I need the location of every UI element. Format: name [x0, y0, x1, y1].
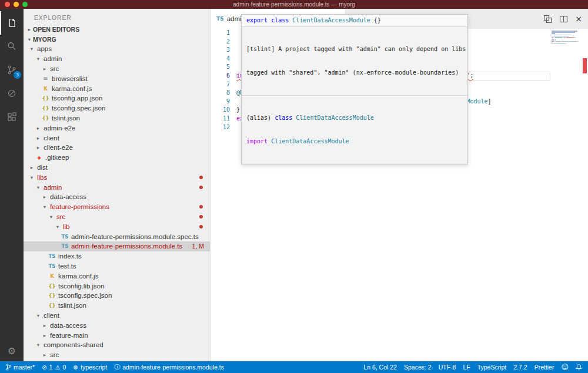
git-branch-item[interactable]: master* [6, 364, 35, 371]
tree-item-tslint.json[interactable]: {}tslint.json [24, 301, 210, 311]
tree-item-components-shared[interactable]: ▾components-shared [24, 340, 210, 350]
lint-message-line2: tagged with "shared", "admin" (nx-enforc… [246, 69, 463, 77]
manage-gear-icon[interactable]: ⚙ [8, 345, 16, 357]
tree-item-tslint.json[interactable]: {}tslint.json [24, 113, 210, 123]
line-number[interactable]: 3 [211, 46, 236, 55]
hover-alias-block: (alias) class ClientDataAccessModule imp… [242, 96, 467, 164]
tree-item-browserslist[interactable]: ≡browserslist [24, 73, 210, 83]
language-mode[interactable]: TypeScript [477, 364, 507, 371]
tslint-label: typescript [81, 364, 107, 371]
tree-item-karma.conf.js[interactable]: Kkarma.conf.js [24, 271, 210, 281]
tree-item-label: feature-main [50, 332, 88, 339]
tree-item-src[interactable]: ▸src [24, 350, 210, 360]
tree-item-src[interactable]: ▾src [24, 212, 210, 222]
formatter[interactable]: Prettier [534, 364, 554, 371]
minimize-window-button[interactable] [14, 2, 19, 7]
notifications-bell-icon[interactable] [576, 364, 582, 371]
chevron-down-icon: ▾ [35, 184, 42, 190]
tree-item-libs[interactable]: ▾libs [24, 172, 210, 182]
debug-icon[interactable] [0, 82, 24, 105]
karma-file-icon: K [48, 273, 56, 279]
tree-item-admin[interactable]: ▾admin [24, 54, 210, 64]
line-number[interactable]: 12 [211, 123, 236, 132]
workspace-section[interactable]: ▾ MYORG [24, 34, 210, 44]
tree-item-client[interactable]: ▸client [24, 133, 210, 143]
tree-item-tsconfig.spec.json[interactable]: {}tsconfig.spec.json [24, 291, 210, 301]
open-editors-section[interactable]: ▸ OPEN EDITORS [24, 24, 210, 34]
git-file-icon: ◆ [35, 155, 44, 160]
minimap[interactable] [552, 31, 579, 46]
eol-sequence[interactable]: LF [463, 364, 470, 371]
tree-item-src[interactable]: ▸src [24, 64, 210, 74]
line-number[interactable]: 1 [211, 29, 236, 38]
line-number[interactable]: 10 [211, 106, 236, 115]
file-info-item[interactable]: ⓘ admin-feature-permissions.module.ts [114, 363, 224, 371]
feedback-smiley-icon[interactable]: ☺ [561, 363, 569, 371]
tree-item-dist[interactable]: ▸dist [24, 163, 210, 173]
indentation[interactable]: Spaces: 2 [404, 364, 432, 371]
tree-item-feature-main[interactable]: ▸feature-main [24, 330, 210, 340]
tree-item-client[interactable]: ▾client [24, 311, 210, 321]
tree-item-tsconfig.spec.json[interactable]: {}tsconfig.spec.json [24, 103, 210, 113]
chevron-right-icon: ▸ [41, 352, 48, 358]
tree-item-admin[interactable]: ▾admin [24, 182, 210, 192]
encoding[interactable]: UTF-8 [439, 364, 456, 371]
problems-item[interactable]: ⊘ 1 ⚠ 0 [42, 364, 66, 371]
hover-signature: export class ClientDataAccessModule {} [242, 15, 467, 27]
line-number[interactable]: 4 [211, 55, 236, 63]
json-file-icon: {} [41, 115, 50, 121]
list-file-icon: ≡ [41, 75, 50, 82]
tree-item-karma.conf.js[interactable]: Kkarma.conf.js [24, 83, 210, 93]
tree-item-label: .gitkeep [45, 154, 69, 161]
line-number[interactable]: 9 [211, 98, 236, 106]
tree-item-admin-feature-permissions.module.spec.ts[interactable]: TSadmin-feature-permissions.module.spec.… [24, 231, 210, 241]
tree-item-feature-permissions[interactable]: ▾feature-permissions [24, 202, 210, 212]
line-number[interactable]: 11 [211, 115, 236, 123]
error-marker [583, 58, 587, 73]
split-editor-icon[interactable] [559, 15, 568, 23]
zoom-window-button[interactable] [22, 2, 28, 7]
ts-version[interactable]: 2.7.2 [513, 364, 527, 371]
chevron-right-icon: ▸ [41, 194, 48, 200]
tree-item-label: tsconfig.app.json [52, 95, 102, 102]
tree-item-label: tslint.json [52, 115, 80, 122]
tree-item-lib[interactable]: ▾lib [24, 221, 210, 231]
tree-item-tsconfig.app.json[interactable]: {}tsconfig.app.json [24, 93, 210, 103]
chevron-right-icon: ▸ [26, 26, 33, 32]
error-dot [199, 186, 203, 189]
tree-item-label: lib [63, 223, 70, 230]
line-number[interactable]: 7 [211, 80, 236, 89]
tree-item-admin-e2e[interactable]: ▸admin-e2e [24, 123, 210, 133]
chevron-down-icon: ▾ [54, 224, 61, 230]
close-window-button[interactable] [5, 2, 10, 7]
search-icon[interactable] [0, 35, 24, 58]
chevron-right-icon: ▸ [41, 66, 48, 72]
branch-name: master* [14, 364, 35, 371]
tree-item-client-e2e[interactable]: ▸client-e2e [24, 143, 210, 153]
tree-item-index.ts[interactable]: TSindex.ts [24, 251, 210, 261]
line-number[interactable]: 5 [211, 63, 236, 72]
ts-file-icon: TS [48, 263, 56, 269]
tree-item-data-access[interactable]: ▸data-access [24, 320, 210, 330]
tree-item-data-access[interactable]: ▸data-access [24, 192, 210, 202]
line-number[interactable]: 6 [211, 72, 236, 80]
chevron-right-icon: ▸ [41, 322, 48, 328]
chevron-right-icon: ▸ [35, 125, 42, 131]
cursor-position[interactable]: Ln 6, Col 22 [363, 364, 397, 371]
tree-item-admin-feature-permissions.module.ts[interactable]: TSadmin-feature-permissions.module.ts1, … [24, 241, 210, 251]
tree-item-.gitkeep[interactable]: ◆.gitkeep [24, 153, 210, 163]
tree-item-tsconfig.lib.json[interactable]: {}tsconfig.lib.json [24, 281, 210, 291]
explorer-icon[interactable] [0, 11, 24, 35]
open-changes-icon[interactable] [543, 15, 552, 23]
tree-item-apps[interactable]: ▾apps [24, 44, 210, 54]
tslint-status-item[interactable]: ⚙ typescript [73, 364, 107, 371]
scrollbar[interactable] [581, 9, 588, 361]
line-number[interactable]: 2 [211, 38, 236, 46]
hover-alias-line: (alias) class ClientDataAccessModule [246, 114, 463, 122]
chevron-down-icon: ▾ [26, 36, 33, 42]
extensions-icon[interactable] [0, 105, 24, 129]
source-control-icon[interactable]: 3 [0, 58, 24, 82]
editor-group: TS admin-feature-permissions.module.ts ×… [211, 9, 588, 361]
line-number[interactable]: 8 [211, 89, 236, 98]
tree-item-test.ts[interactable]: TStest.ts [24, 261, 210, 271]
